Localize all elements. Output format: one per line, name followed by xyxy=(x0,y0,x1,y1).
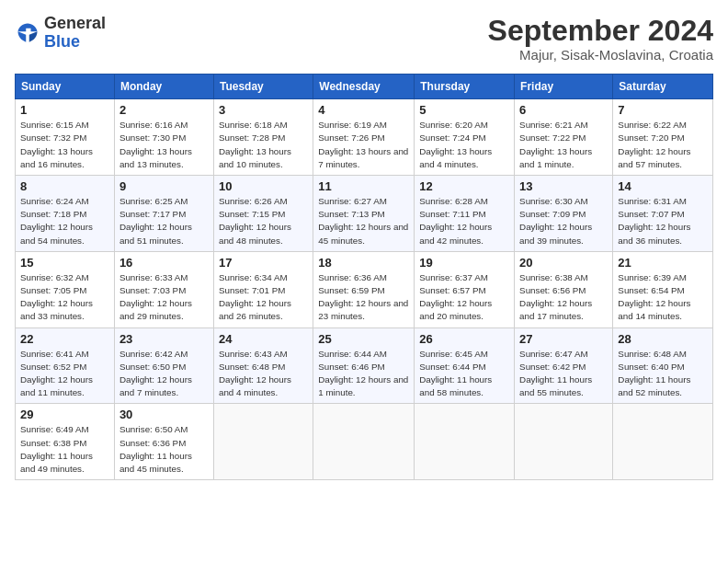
day-number: 13 xyxy=(519,179,608,193)
calendar-cell: 17Sunrise: 6:34 AM Sunset: 7:01 PM Dayli… xyxy=(213,251,313,327)
day-detail: Sunrise: 6:19 AM Sunset: 7:26 PM Dayligh… xyxy=(318,119,409,171)
day-number: 20 xyxy=(519,256,608,270)
day-detail: Sunrise: 6:31 AM Sunset: 7:07 PM Dayligh… xyxy=(618,195,708,247)
calendar-cell: 20Sunrise: 6:38 AM Sunset: 6:56 PM Dayli… xyxy=(515,251,613,327)
calendar-cell: 9Sunrise: 6:25 AM Sunset: 7:17 PM Daylig… xyxy=(114,176,213,252)
day-detail: Sunrise: 6:45 AM Sunset: 6:44 PM Dayligh… xyxy=(419,348,509,400)
day-detail: Sunrise: 6:42 AM Sunset: 6:50 PM Dayligh… xyxy=(119,348,209,400)
calendar-cell: 12Sunrise: 6:28 AM Sunset: 7:11 PM Dayli… xyxy=(415,176,515,252)
calendar-cell: 25Sunrise: 6:44 AM Sunset: 6:46 PM Dayli… xyxy=(313,327,415,404)
day-detail: Sunrise: 6:15 AM Sunset: 7:32 PM Dayligh… xyxy=(20,119,109,171)
calendar-cell xyxy=(313,404,415,480)
calendar-cell: 3Sunrise: 6:18 AM Sunset: 7:28 PM Daylig… xyxy=(213,99,313,176)
calendar-table: Sunday Monday Tuesday Wednesday Thursday… xyxy=(15,74,713,480)
calendar-cell: 2Sunrise: 6:16 AM Sunset: 7:30 PM Daylig… xyxy=(114,99,213,176)
calendar-week-row: 15Sunrise: 6:32 AM Sunset: 7:05 PM Dayli… xyxy=(16,251,713,327)
day-number: 8 xyxy=(20,179,109,193)
calendar-cell: 28Sunrise: 6:48 AM Sunset: 6:40 PM Dayli… xyxy=(613,327,713,404)
calendar-cell: 18Sunrise: 6:36 AM Sunset: 6:59 PM Dayli… xyxy=(313,251,415,327)
page-header: General Blue September 2024 Majur, Sisak… xyxy=(15,15,713,63)
day-number: 24 xyxy=(219,332,308,346)
day-number: 18 xyxy=(318,256,409,270)
day-number: 11 xyxy=(318,179,409,193)
col-thursday: Thursday xyxy=(415,75,515,99)
day-detail: Sunrise: 6:34 AM Sunset: 7:01 PM Dayligh… xyxy=(219,271,308,324)
day-detail: Sunrise: 6:43 AM Sunset: 6:48 PM Dayligh… xyxy=(219,348,308,400)
day-number: 29 xyxy=(20,408,109,421)
day-number: 3 xyxy=(219,103,308,117)
calendar-cell xyxy=(613,404,713,480)
day-detail: Sunrise: 6:49 AM Sunset: 6:38 PM Dayligh… xyxy=(20,423,109,476)
day-detail: Sunrise: 6:26 AM Sunset: 7:15 PM Dayligh… xyxy=(219,195,308,247)
day-detail: Sunrise: 6:25 AM Sunset: 7:17 PM Dayligh… xyxy=(119,195,209,247)
calendar-cell: 13Sunrise: 6:30 AM Sunset: 7:09 PM Dayli… xyxy=(515,176,613,252)
day-detail: Sunrise: 6:47 AM Sunset: 6:42 PM Dayligh… xyxy=(519,348,608,400)
day-detail: Sunrise: 6:48 AM Sunset: 6:40 PM Dayligh… xyxy=(618,348,708,400)
calendar-cell xyxy=(415,404,515,480)
day-detail: Sunrise: 6:32 AM Sunset: 7:05 PM Dayligh… xyxy=(20,271,109,324)
calendar-cell: 4Sunrise: 6:19 AM Sunset: 7:26 PM Daylig… xyxy=(313,99,415,176)
calendar-cell: 6Sunrise: 6:21 AM Sunset: 7:22 PM Daylig… xyxy=(515,99,613,176)
day-number: 1 xyxy=(20,103,109,117)
calendar-cell xyxy=(515,404,613,480)
day-detail: Sunrise: 6:36 AM Sunset: 6:59 PM Dayligh… xyxy=(318,271,409,324)
logo: General Blue xyxy=(15,15,106,52)
calendar-cell: 22Sunrise: 6:41 AM Sunset: 6:52 PM Dayli… xyxy=(16,327,115,404)
col-sunday: Sunday xyxy=(16,75,115,99)
calendar-cell: 30Sunrise: 6:50 AM Sunset: 6:36 PM Dayli… xyxy=(114,404,213,480)
calendar-cell: 1Sunrise: 6:15 AM Sunset: 7:32 PM Daylig… xyxy=(16,99,115,176)
day-detail: Sunrise: 6:38 AM Sunset: 6:56 PM Dayligh… xyxy=(519,271,608,324)
day-number: 10 xyxy=(219,179,308,193)
calendar-cell: 29Sunrise: 6:49 AM Sunset: 6:38 PM Dayli… xyxy=(16,404,115,480)
day-number: 28 xyxy=(618,332,708,346)
calendar-cell xyxy=(213,404,313,480)
day-number: 6 xyxy=(519,103,608,117)
calendar-cell: 23Sunrise: 6:42 AM Sunset: 6:50 PM Dayli… xyxy=(114,327,213,404)
day-number: 22 xyxy=(20,332,109,346)
day-number: 7 xyxy=(618,103,708,117)
day-detail: Sunrise: 6:28 AM Sunset: 7:11 PM Dayligh… xyxy=(419,195,509,247)
day-detail: Sunrise: 6:22 AM Sunset: 7:20 PM Dayligh… xyxy=(618,119,708,171)
calendar-week-row: 8Sunrise: 6:24 AM Sunset: 7:18 PM Daylig… xyxy=(16,176,713,252)
day-number: 16 xyxy=(119,256,209,270)
location-subtitle: Majur, Sisak-Moslavina, Croatia xyxy=(488,47,713,63)
calendar-header-row: Sunday Monday Tuesday Wednesday Thursday… xyxy=(16,75,713,99)
day-number: 21 xyxy=(618,256,708,270)
day-detail: Sunrise: 6:20 AM Sunset: 7:24 PM Dayligh… xyxy=(419,119,509,171)
calendar-cell: 15Sunrise: 6:32 AM Sunset: 7:05 PM Dayli… xyxy=(16,251,115,327)
col-monday: Monday xyxy=(114,75,213,99)
calendar-cell: 27Sunrise: 6:47 AM Sunset: 6:42 PM Dayli… xyxy=(515,327,613,404)
calendar-cell: 16Sunrise: 6:33 AM Sunset: 7:03 PM Dayli… xyxy=(114,251,213,327)
month-year-title: September 2024 xyxy=(488,15,713,47)
calendar-cell: 11Sunrise: 6:27 AM Sunset: 7:13 PM Dayli… xyxy=(313,176,415,252)
day-detail: Sunrise: 6:44 AM Sunset: 6:46 PM Dayligh… xyxy=(318,348,409,400)
day-detail: Sunrise: 6:39 AM Sunset: 6:54 PM Dayligh… xyxy=(618,271,708,324)
day-number: 19 xyxy=(419,256,509,270)
calendar-week-row: 1Sunrise: 6:15 AM Sunset: 7:32 PM Daylig… xyxy=(16,99,713,176)
day-detail: Sunrise: 6:18 AM Sunset: 7:28 PM Dayligh… xyxy=(219,119,308,171)
day-number: 30 xyxy=(119,408,209,421)
calendar-cell: 10Sunrise: 6:26 AM Sunset: 7:15 PM Dayli… xyxy=(213,176,313,252)
day-number: 9 xyxy=(119,179,209,193)
col-wednesday: Wednesday xyxy=(313,75,415,99)
day-number: 14 xyxy=(618,179,708,193)
day-detail: Sunrise: 6:50 AM Sunset: 6:36 PM Dayligh… xyxy=(119,423,209,476)
day-detail: Sunrise: 6:16 AM Sunset: 7:30 PM Dayligh… xyxy=(119,119,209,171)
day-number: 27 xyxy=(519,332,608,346)
day-detail: Sunrise: 6:21 AM Sunset: 7:22 PM Dayligh… xyxy=(519,119,608,171)
day-number: 5 xyxy=(419,103,509,117)
logo-text: General Blue xyxy=(44,15,106,52)
day-number: 26 xyxy=(419,332,509,346)
calendar-cell: 24Sunrise: 6:43 AM Sunset: 6:48 PM Dayli… xyxy=(213,327,313,404)
col-friday: Friday xyxy=(515,75,613,99)
day-number: 2 xyxy=(119,103,209,117)
day-number: 25 xyxy=(318,332,409,346)
day-detail: Sunrise: 6:24 AM Sunset: 7:18 PM Dayligh… xyxy=(20,195,109,247)
calendar-cell: 14Sunrise: 6:31 AM Sunset: 7:07 PM Dayli… xyxy=(613,176,713,252)
col-tuesday: Tuesday xyxy=(213,75,313,99)
col-saturday: Saturday xyxy=(613,75,713,99)
day-detail: Sunrise: 6:27 AM Sunset: 7:13 PM Dayligh… xyxy=(318,195,409,247)
day-detail: Sunrise: 6:41 AM Sunset: 6:52 PM Dayligh… xyxy=(20,348,109,400)
day-detail: Sunrise: 6:33 AM Sunset: 7:03 PM Dayligh… xyxy=(119,271,209,324)
title-section: September 2024 Majur, Sisak-Moslavina, C… xyxy=(488,15,713,63)
